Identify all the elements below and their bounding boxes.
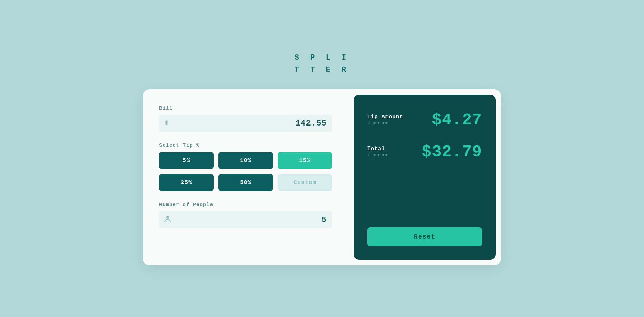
total-label: Total xyxy=(367,146,388,152)
tip-btn-5[interactable]: 5% xyxy=(159,152,214,169)
bill-input-wrapper: $ xyxy=(159,115,332,132)
total-label-group: Total / person xyxy=(367,146,388,158)
total-value: $32.79 xyxy=(422,143,482,161)
people-field-group: Number of People xyxy=(159,202,332,228)
tip-amount-label: Tip Amount xyxy=(367,114,403,120)
results-area: Tip Amount / person $4.27 Total / person… xyxy=(367,111,482,161)
people-label: Number of People xyxy=(159,202,332,208)
tip-field-group: Select Tip % 5% 10% 15% 25% 50% Custom xyxy=(159,143,332,191)
tip-amount-value: $4.27 xyxy=(432,111,482,129)
app-title: S P L I T T E R xyxy=(295,52,349,75)
bill-label: Bill xyxy=(159,106,332,111)
title-line2: T T E R xyxy=(295,64,349,76)
reset-button[interactable]: Reset xyxy=(367,227,482,246)
bill-input[interactable] xyxy=(175,119,327,128)
people-input[interactable] xyxy=(175,215,327,224)
tip-per-person-label: / person xyxy=(367,121,403,126)
right-panel: Tip Amount / person $4.27 Total / person… xyxy=(354,95,496,260)
tip-btn-10[interactable]: 10% xyxy=(218,152,273,169)
tip-amount-row: Tip Amount / person $4.27 xyxy=(367,111,482,129)
bill-field-group: Bill $ xyxy=(159,106,332,132)
tip-btn-15[interactable]: 15% xyxy=(278,152,332,169)
title-line1: S P L I xyxy=(295,52,349,64)
tip-btn-custom[interactable]: Custom xyxy=(278,174,332,191)
people-input-wrapper xyxy=(159,211,332,228)
tip-btn-25[interactable]: 25% xyxy=(159,174,214,191)
svg-point-0 xyxy=(166,216,169,219)
total-per-person-label: / person xyxy=(367,153,388,158)
tip-amount-label-group: Tip Amount / person xyxy=(367,114,403,126)
tip-label: Select Tip % xyxy=(159,143,332,149)
tip-btn-50[interactable]: 50% xyxy=(218,174,273,191)
left-panel: Bill $ Select Tip % 5% 10% 15% 25% 50% C… xyxy=(143,89,348,265)
main-card: Bill $ Select Tip % 5% 10% 15% 25% 50% C… xyxy=(143,89,501,265)
tip-buttons-grid: 5% 10% 15% 25% 50% Custom xyxy=(159,152,332,191)
person-icon xyxy=(165,216,171,224)
dollar-icon: $ xyxy=(165,120,171,127)
total-row: Total / person $32.79 xyxy=(367,143,482,161)
